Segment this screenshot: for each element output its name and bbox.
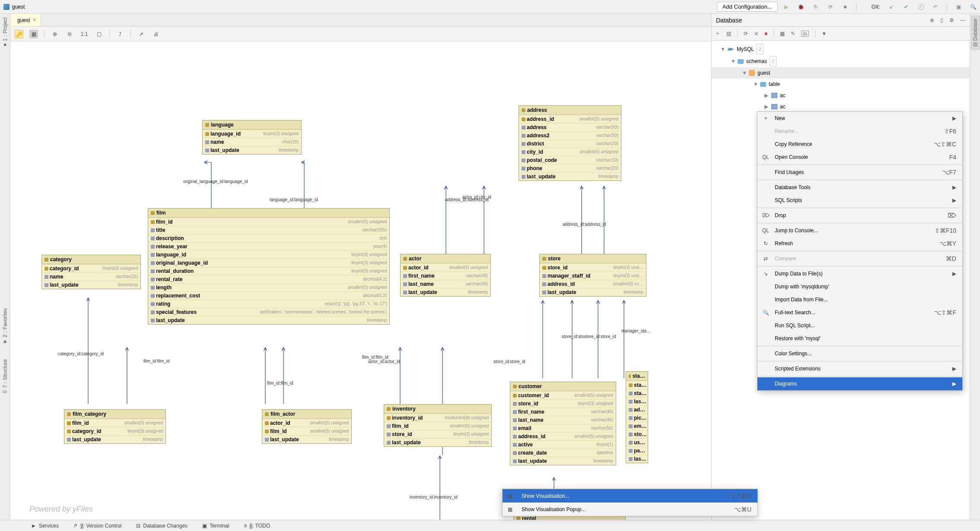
context-menu-item[interactable]: Run SQL Script... xyxy=(757,319,962,332)
coverage-icon[interactable]: ↻ xyxy=(812,3,819,10)
column-row[interactable]: last_updatetimestamp xyxy=(148,316,389,324)
column-row[interactable]: address_idsmallint(5) unsigned xyxy=(510,432,616,440)
zoom-out-icon[interactable]: ⊖ xyxy=(65,30,74,38)
column-row[interactable]: store_idtinyint(3) unsi… xyxy=(540,263,646,272)
column-row[interactable]: districtvarchar(20) xyxy=(519,139,621,148)
edit-icon[interactable]: ✎ xyxy=(791,31,795,37)
zoom-in-icon[interactable]: ⊕ xyxy=(51,30,59,38)
settings-icon[interactable]: ⚙ xyxy=(949,17,954,23)
context-menu-item[interactable]: Diagrams▶ xyxy=(757,377,962,390)
sidebar-item-project[interactable]: ■1: Project xyxy=(2,17,8,47)
column-row[interactable]: em… xyxy=(626,422,648,430)
context-menu-item[interactable]: Database Tools▶ xyxy=(757,181,962,194)
refresh-icon[interactable]: ⟳ xyxy=(744,31,748,37)
column-row[interactable]: emailvarchar(50) xyxy=(510,424,616,432)
sql-console-icon[interactable]: QL xyxy=(801,31,809,37)
key-columns-icon[interactable]: 🔑 xyxy=(15,30,23,38)
bottom-bar-item[interactable]: ▣Terminal xyxy=(202,523,229,529)
profile-icon[interactable]: ⟳ xyxy=(827,3,834,10)
column-row[interactable]: ad… xyxy=(626,405,648,414)
column-row[interactable]: last_namevarchar(45) xyxy=(401,280,490,288)
column-row[interactable]: sta… xyxy=(626,381,648,389)
target-icon[interactable]: ⊕ xyxy=(930,17,934,23)
column-row[interactable]: pic… xyxy=(626,414,648,422)
entity-address[interactable]: address address_idsmallint(5) unsignedad… xyxy=(519,105,621,181)
sidebar-item-structure[interactable]: ⠿ 7: Structure xyxy=(2,359,8,394)
entity-film-category[interactable]: film_category film_idsmallint(5) unsigne… xyxy=(64,409,166,444)
sidebar-item-favorites[interactable]: ★ 2: Favorites xyxy=(2,308,8,345)
tree-tables[interactable]: ▼ table xyxy=(712,79,970,90)
column-row[interactable]: original_language_idtinyint(3) unsigned xyxy=(148,259,389,267)
column-row[interactable]: language_idtinyint(3) unsigned xyxy=(148,250,389,259)
filter-icon[interactable]: ▼ xyxy=(821,31,827,37)
tree-schema-guest[interactable]: ▼ guest xyxy=(712,67,970,79)
column-row[interactable]: city_idsmallint(5) unsigned xyxy=(519,148,621,156)
bottom-bar-item[interactable]: ►Services xyxy=(31,523,59,529)
column-row[interactable]: create_datedatetime xyxy=(510,449,616,457)
actual-size-icon[interactable]: 1:1 xyxy=(80,30,89,38)
bottom-bar-item[interactable]: ⊟Database Changes xyxy=(136,523,188,529)
build-icon[interactable]: ▣ xyxy=(955,3,962,10)
column-row[interactable]: category_idtinyint(3) unsigned xyxy=(64,427,165,435)
entity-actor[interactable]: actor actor_idsmallint(5) unsignedfirst_… xyxy=(400,254,491,297)
split-icon[interactable]: ▯ xyxy=(940,17,943,23)
column-row[interactable]: manager_staff_idtinyint(3) unsi… xyxy=(540,272,646,280)
context-menu-item[interactable]: SQL Scripts▶ xyxy=(757,194,962,207)
revert-icon[interactable]: ↶ xyxy=(932,3,939,10)
entity-film-actor[interactable]: film_actor actor_idsmallint(5) unsignedf… xyxy=(262,409,352,444)
column-row[interactable]: store_idtinyint(3) unsigned xyxy=(384,430,491,438)
entity-inventory[interactable]: inventory inventory_idmediumint(8) unsig… xyxy=(384,404,492,447)
context-menu-item[interactable]: Find Usages⌥F7 xyxy=(757,166,962,179)
column-row[interactable]: special_featuresset('trailers', 'comment… xyxy=(148,308,389,316)
column-row[interactable]: activetinyint(1) xyxy=(510,440,616,449)
column-row[interactable]: last_updatetimestamp xyxy=(262,435,351,443)
column-row[interactable]: film_idsmallint(5) unsigned xyxy=(384,422,491,430)
column-row[interactable]: address2varchar(50) xyxy=(519,131,621,139)
update-project-icon[interactable]: ↙ xyxy=(888,3,895,10)
column-row[interactable]: replacement_costdecimal(5,2) xyxy=(148,291,389,300)
column-row[interactable]: sta… xyxy=(626,389,648,397)
entity-store[interactable]: store store_idtinyint(3) unsi…manager_st… xyxy=(539,254,646,297)
entity-language[interactable]: language language_idtinyint(3) unsigned … xyxy=(202,120,302,155)
search-everywhere-icon[interactable]: 🔍 xyxy=(970,3,977,10)
tree-table-item[interactable]: ▶ac xyxy=(712,90,970,101)
column-row[interactable]: us… xyxy=(626,438,648,446)
column-row[interactable]: last_updatetimestamp xyxy=(519,172,621,180)
context-menu-item[interactable]: +New▶ xyxy=(757,112,962,125)
column-row[interactable]: ratingenum('g', 'pg', 'pg-13', 'r', 'nc-… xyxy=(148,300,389,308)
context-menu-item[interactable]: Restore with 'mysql' xyxy=(757,332,962,345)
add-icon[interactable]: ＋ xyxy=(715,30,720,37)
column-row[interactable]: pa… xyxy=(626,446,648,455)
column-row[interactable]: last_updatetimestamp xyxy=(510,457,616,465)
print-icon[interactable]: 🖨 xyxy=(152,30,160,38)
entity-category[interactable]: category category_idtinyint(3) unsigned … xyxy=(41,255,141,289)
column-row[interactable]: first_namevarchar(45) xyxy=(510,408,616,416)
layout-icon[interactable]: ⤴ xyxy=(116,30,124,38)
close-icon[interactable]: ✕ xyxy=(32,17,36,23)
column-row[interactable]: sto… xyxy=(626,430,648,438)
column-row[interactable]: film_idsmallint(5) unsigned xyxy=(64,419,165,427)
table-view-icon[interactable]: ▦ xyxy=(780,31,785,37)
stop-icon[interactable]: ■ xyxy=(764,31,767,37)
run-icon[interactable]: ▶ xyxy=(783,3,790,10)
column-row[interactable]: rental_durationtinyint(3) unsigned xyxy=(148,267,389,275)
commit-icon[interactable]: ✔ xyxy=(903,3,910,10)
export-icon[interactable]: ⇗ xyxy=(137,30,146,38)
column-row[interactable]: film_idsmallint(5) unsigned xyxy=(262,427,351,435)
column-row[interactable]: actor_idsmallint(5) unsigned xyxy=(262,419,351,427)
column-row[interactable]: store_idtinyint(3) unsigned xyxy=(510,399,616,408)
entity-customer[interactable]: customer customer_idsmallint(5) unsigned… xyxy=(510,382,616,465)
tree-datasource-mysql[interactable]: ▼ MySQL 2 xyxy=(712,43,970,55)
column-row[interactable]: last_updatetimestamp xyxy=(64,435,165,443)
context-menu-item[interactable]: Copy Reference⌥⇧⌘C xyxy=(757,138,962,151)
context-menu-item[interactable]: QLOpen ConsoleF4 xyxy=(757,151,962,164)
tab-guest[interactable]: guest ✕ xyxy=(10,14,41,26)
column-row[interactable]: postal_codevarchar(10) xyxy=(519,156,621,164)
column-row[interactable]: lengthsmallint(5) unsigned xyxy=(148,283,389,291)
all-columns-icon[interactable]: ▦ xyxy=(29,30,38,38)
column-row[interactable]: rental_ratedecimal(4,2) xyxy=(148,275,389,283)
column-row[interactable]: last_updatetimestamp xyxy=(401,288,490,296)
column-row[interactable]: last_namevarchar(45) xyxy=(510,416,616,424)
column-row[interactable]: address_idsmallint(5) un… xyxy=(540,280,646,288)
column-row[interactable]: address_idsmallint(5) unsigned xyxy=(519,115,621,123)
